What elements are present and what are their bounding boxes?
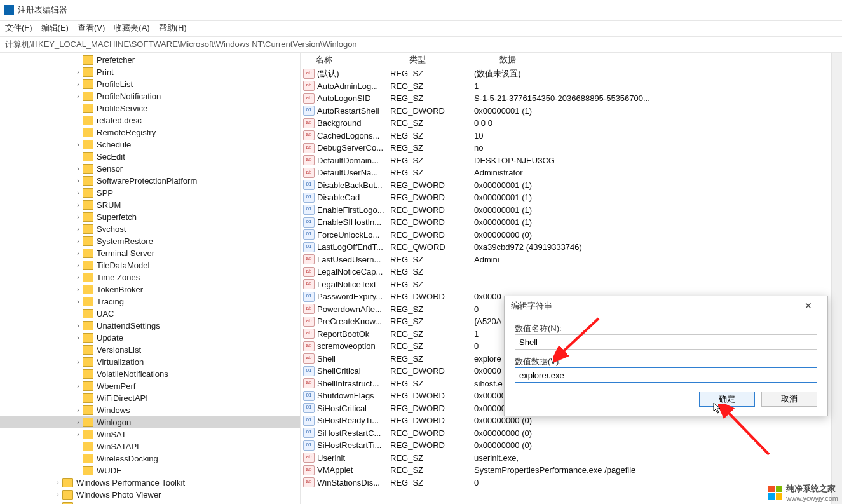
chevron-right-icon[interactable]: › — [75, 320, 81, 332]
value-row[interactable]: 01ForceUnlockLo...REG_DWORD0x00000000 (0… — [301, 229, 842, 242]
value-row[interactable]: 01SiHostRestartC...REG_DWORD0x00000000 (… — [301, 427, 842, 440]
value-row[interactable]: ab(默认)REG_SZ(数值未设置) — [301, 67, 842, 80]
chevron-right-icon[interactable]: › — [75, 428, 81, 440]
value-row[interactable]: abDebugServerCo...REG_SZno — [301, 142, 842, 154]
chevron-right-icon[interactable]: › — [75, 404, 81, 416]
cancel-button[interactable]: 取消 — [761, 392, 817, 407]
tree-item[interactable]: UAC — [0, 308, 300, 320]
tree-item[interactable]: ›TokenBroker — [0, 283, 300, 296]
tree-item[interactable]: VersionsList — [0, 344, 300, 356]
menu-favorites[interactable]: 收藏夹(A) — [114, 22, 149, 34]
chevron-right-icon[interactable]: › — [75, 223, 81, 235]
tree-pane[interactable]: Prefetcher›Print›ProfileList›ProfileNoti… — [0, 53, 301, 504]
chevron-right-icon[interactable]: › — [75, 283, 81, 296]
tree-item[interactable]: ›WbemPerf — [0, 380, 300, 392]
chevron-right-icon[interactable]: › — [55, 489, 61, 501]
tree-item[interactable]: ›Tracing — [0, 296, 300, 308]
tree-item[interactable]: ›Update — [0, 332, 300, 344]
value-row[interactable]: 01AutoRestartShellREG_DWORD0x00000001 (1… — [301, 105, 842, 118]
value-row[interactable]: 01EnableFirstLogo...REG_DWORD0x00000001 … — [301, 204, 842, 217]
tree-item[interactable]: WiFiDirectAPI — [0, 392, 300, 404]
vertical-scrollbar[interactable] — [831, 53, 842, 504]
tree-item[interactable]: ›Time Zones — [0, 271, 300, 283]
menu-view[interactable]: 查看(V) — [78, 22, 105, 34]
chevron-right-icon[interactable]: › — [75, 416, 81, 428]
tree-item[interactable]: ›Windows Photo Viewer — [0, 489, 300, 501]
tree-item[interactable]: ›ProfileNotification — [0, 90, 300, 102]
tree-item[interactable]: ›Terminal Server — [0, 247, 300, 259]
tree-item[interactable]: ›ProfileList — [0, 78, 300, 90]
chevron-right-icon[interactable]: › — [75, 356, 81, 368]
tree-item[interactable]: WUDF — [0, 465, 300, 477]
close-icon[interactable]: ✕ — [796, 296, 821, 315]
tree-item[interactable]: ProfileService — [0, 102, 300, 114]
ok-button[interactable]: 确定 — [699, 392, 755, 407]
value-row[interactable]: abLegalNoticeTextREG_SZ — [301, 278, 842, 291]
chevron-right-icon[interactable]: › — [75, 187, 81, 199]
menu-edit[interactable]: 编辑(E) — [41, 22, 69, 34]
chevron-right-icon[interactable]: › — [75, 296, 81, 308]
chevron-right-icon[interactable]: › — [75, 199, 81, 211]
chevron-right-icon[interactable]: › — [75, 163, 81, 175]
value-name-input[interactable] — [515, 334, 817, 350]
chevron-right-icon[interactable]: › — [75, 211, 81, 223]
address-bar[interactable]: 计算机\HKEY_LOCAL_MACHINE\SOFTWARE\Microsof… — [0, 36, 842, 53]
menu-help[interactable]: 帮助(H) — [159, 22, 187, 34]
value-row[interactable]: 01EnableSIHostIn...REG_DWORD0x00000001 (… — [301, 216, 842, 229]
chevron-right-icon[interactable]: › — [75, 175, 81, 187]
chevron-right-icon[interactable]: › — [75, 78, 81, 90]
value-row[interactable]: abAutoAdminLog...REG_SZ1 — [301, 80, 842, 93]
tree-item[interactable]: ›WinSAT — [0, 428, 300, 440]
menu-file[interactable]: 文件(F) — [5, 22, 32, 34]
column-name[interactable]: 名称 — [301, 53, 405, 67]
tree-item[interactable]: ›SRUM — [0, 199, 300, 211]
chevron-right-icon[interactable]: › — [55, 501, 61, 504]
value-row[interactable]: 01LastLogOffEndT...REG_QWORD0xa39cbd972 … — [301, 241, 842, 254]
value-row[interactable]: abVMAppletREG_SZSystemPropertiesPerforma… — [301, 464, 842, 477]
value-row[interactable]: 01SiHostRestartTi...REG_DWORD0x00000000 … — [301, 439, 842, 452]
value-row[interactable]: abLastUsedUsern...REG_SZAdmini — [301, 254, 842, 266]
tree-item[interactable]: ›Print — [0, 66, 300, 78]
chevron-right-icon[interactable]: › — [75, 259, 81, 271]
value-row[interactable]: 01DisableCadREG_DWORD0x00000001 (1) — [301, 191, 842, 204]
chevron-right-icon[interactable]: › — [75, 139, 81, 151]
chevron-right-icon[interactable]: › — [75, 247, 81, 259]
value-row[interactable]: abCachedLogons...REG_SZ10 — [301, 130, 842, 142]
chevron-right-icon[interactable]: › — [75, 380, 81, 392]
value-row[interactable]: abLegalNoticeCap...REG_SZ — [301, 266, 842, 278]
chevron-right-icon[interactable]: › — [55, 477, 61, 489]
tree-item[interactable]: ›SoftwareProtectionPlatform — [0, 175, 300, 187]
tree-item[interactable]: Prefetcher — [0, 54, 300, 66]
value-row[interactable]: 01DisableBackBut...REG_DWORD0x00000001 (… — [301, 179, 842, 192]
value-row[interactable]: abWinStationsDis...REG_SZ0 — [301, 477, 842, 489]
tree-item[interactable]: VolatileNotifications — [0, 368, 300, 380]
tree-item[interactable]: related.desc — [0, 114, 300, 126]
tree-item[interactable]: ›Schedule — [0, 139, 300, 151]
tree-item[interactable]: ›Virtualization — [0, 356, 300, 368]
tree-item[interactable]: RemoteRegistry — [0, 126, 300, 139]
tree-item[interactable]: ›Windows — [0, 404, 300, 416]
tree-item[interactable]: WinSATAPI — [0, 440, 300, 453]
value-row[interactable]: abDefaultUserNa...REG_SZAdministrator — [301, 167, 842, 179]
value-row[interactable]: abDefaultDomain...REG_SZDESKTOP-NJEU3CG — [301, 154, 842, 167]
tree-item[interactable]: ›Svchost — [0, 223, 300, 235]
tree-item[interactable]: SecEdit — [0, 151, 300, 163]
chevron-right-icon[interactable]: › — [75, 332, 81, 344]
tree-item[interactable]: ›Winlogon — [0, 416, 300, 428]
tree-item[interactable]: ›Windows Performance Toolkit — [0, 477, 300, 489]
tree-item[interactable]: WirelessDocking — [0, 453, 300, 465]
tree-item[interactable]: ›TileDataModel — [0, 259, 300, 271]
chevron-right-icon[interactable]: › — [75, 66, 81, 78]
chevron-right-icon[interactable]: › — [75, 90, 81, 102]
column-type[interactable]: 类型 — [405, 53, 496, 67]
tree-item[interactable]: ›Superfetch — [0, 211, 300, 223]
value-row[interactable]: abBackgroundREG_SZ0 0 0 — [301, 117, 842, 130]
tree-item[interactable]: ›SPP — [0, 187, 300, 199]
tree-item[interactable]: ›SystemRestore — [0, 235, 300, 247]
tree-item[interactable]: ›Sensor — [0, 163, 300, 175]
column-data[interactable]: 数据 — [496, 53, 842, 67]
value-row[interactable]: abUserinitREG_SZuserinit.exe, — [301, 452, 842, 465]
chevron-right-icon[interactable]: › — [75, 235, 81, 247]
tree-item[interactable]: ›Windows Portable Devices — [0, 501, 300, 504]
chevron-right-icon[interactable]: › — [75, 271, 81, 283]
